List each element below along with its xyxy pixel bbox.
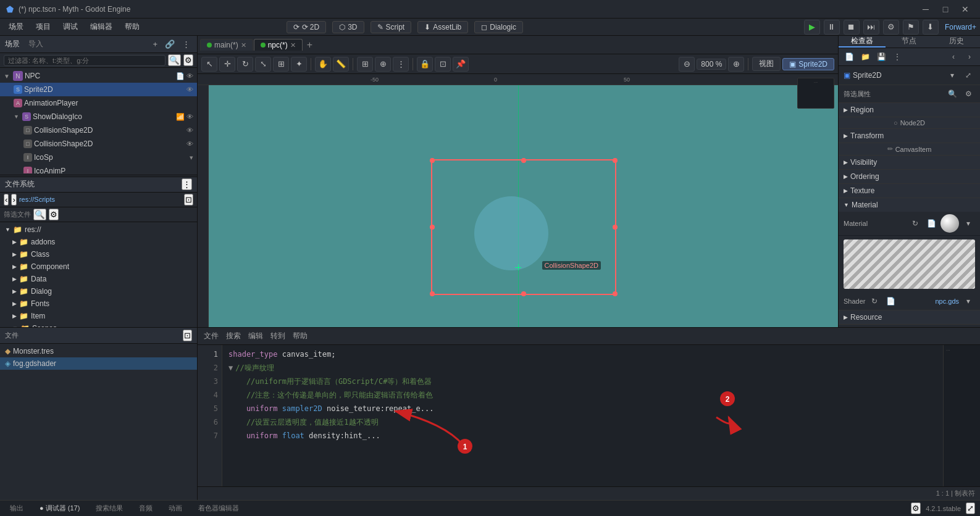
shader-refresh-btn[interactable]: ↻ bbox=[868, 294, 881, 308]
tool-transform[interactable]: ⊞ bbox=[273, 57, 289, 72]
visibility-header[interactable]: ▶ Visibility bbox=[839, 156, 980, 169]
material-header[interactable]: ▼ Material bbox=[839, 198, 980, 212]
tool-2d[interactable]: ⟳ ⟳ 2D bbox=[287, 21, 327, 33]
tool-pan[interactable]: ✋ bbox=[315, 57, 331, 72]
stop-button[interactable]: ⏹ bbox=[844, 20, 860, 35]
tool-move[interactable]: ✛ bbox=[219, 57, 235, 72]
debug-btn2[interactable]: ⚑ bbox=[903, 20, 919, 35]
code-edit-menu[interactable]: 编辑 bbox=[245, 330, 267, 343]
tree-item-sprite2d[interactable]: S Sprite2D 👁 bbox=[0, 83, 197, 96]
status-expand-btn[interactable]: ⤢ bbox=[966, 502, 975, 514]
region-header[interactable]: ▶ Region bbox=[839, 103, 980, 117]
scene-filter-search[interactable]: 🔍 bbox=[168, 54, 181, 66]
view-button[interactable]: 视图 bbox=[752, 57, 781, 71]
btree-monster[interactable]: ◆ Monster.tres bbox=[0, 345, 197, 357]
scene-link-button[interactable]: 🔗 bbox=[163, 39, 177, 49]
insp-folder-btn[interactable]: 📁 bbox=[858, 50, 872, 64]
tree-item-npc[interactable]: ▼ N NPC 📄 👁 bbox=[0, 69, 197, 83]
close-button[interactable]: ✕ bbox=[957, 3, 974, 15]
sprite2d-mode-button[interactable]: ▣ Sprite2D bbox=[782, 58, 834, 70]
fs-filter-icon[interactable]: 🔍 bbox=[33, 209, 46, 220]
tab-npc[interactable]: npc(*) ✕ bbox=[254, 39, 303, 51]
tool-more[interactable]: ⋮ bbox=[393, 57, 409, 72]
tool-lock[interactable]: 🔒 bbox=[417, 57, 433, 72]
play-button[interactable]: ▶ bbox=[804, 20, 820, 35]
insp-more-btn[interactable]: ⋮ bbox=[890, 50, 904, 64]
tool-grid[interactable]: ⊞ bbox=[357, 57, 373, 72]
tab-inspector[interactable]: 检查器 bbox=[839, 36, 886, 48]
zoom-display[interactable]: 800 % bbox=[697, 59, 726, 70]
tree-item-icosp[interactable]: I IcoSp ▾ bbox=[0, 151, 197, 164]
tree-item-col1[interactable]: □ CollisionShape2D 👁 bbox=[0, 123, 197, 137]
tree-item-icoanim[interactable]: I IcoAnimP bbox=[0, 164, 197, 173]
menu-scene[interactable]: 场景 bbox=[4, 20, 28, 33]
fs-icon-btn[interactable]: ⊡ bbox=[184, 194, 193, 206]
transform-header[interactable]: ▶ Transform bbox=[839, 129, 980, 143]
status-anim[interactable]: 动画 bbox=[164, 503, 187, 514]
tool-pivot[interactable]: ✦ bbox=[291, 57, 307, 72]
file-item-dialog[interactable]: ▶ 📁 Dialog bbox=[0, 285, 197, 298]
node-type-expand[interactable]: ⤢ bbox=[961, 69, 975, 82]
filesystem-more[interactable]: ⋮ bbox=[182, 178, 192, 190]
debug-btn3[interactable]: ⬇ bbox=[923, 20, 939, 35]
code-file-menu[interactable]: 文件 bbox=[200, 330, 222, 343]
resource-header[interactable]: ▶ Resource bbox=[839, 310, 980, 324]
scene-add-button[interactable]: + bbox=[151, 39, 159, 49]
code-search-menu[interactable]: 搜索 bbox=[222, 330, 245, 343]
file-item-res[interactable]: ▼ 📁 res:// bbox=[0, 223, 197, 236]
code-help-menu[interactable]: 帮助 bbox=[289, 330, 311, 343]
fs-prev-button[interactable]: ‹ bbox=[4, 194, 9, 206]
maximize-button[interactable]: □ bbox=[937, 3, 954, 15]
texture-header[interactable]: ▶ Texture bbox=[839, 184, 980, 198]
menu-project[interactable]: 项目 bbox=[31, 20, 56, 33]
filter-search-btn[interactable]: 🔍 bbox=[945, 87, 959, 101]
status-output[interactable]: 输出 bbox=[5, 503, 28, 514]
status-search[interactable]: 搜索结果 bbox=[91, 503, 128, 514]
code-lines[interactable]: shader_type canvas_item; ▼//噪声纹理 //unifo… bbox=[222, 345, 943, 486]
shader-dropdown[interactable]: ▾ bbox=[961, 294, 975, 308]
node-type-dropdown[interactable]: ▾ bbox=[945, 69, 959, 82]
tab-node[interactable]: 节点 bbox=[886, 36, 932, 48]
tool-rotate[interactable]: ↻ bbox=[237, 57, 253, 72]
file-item-fonts[interactable]: ▶ 📁 Fonts bbox=[0, 298, 197, 310]
minimize-button[interactable]: ─ bbox=[917, 3, 934, 15]
fs-filter-sort[interactable]: ⚙ bbox=[49, 209, 59, 220]
file-item-addons[interactable]: ▶ 📁 addons bbox=[0, 236, 197, 248]
status-shader-editor[interactable]: 着色器编辑器 bbox=[193, 503, 244, 514]
tool-3d[interactable]: ⬡ 3D bbox=[332, 21, 364, 33]
material-file-btn[interactable]: 📄 bbox=[924, 217, 938, 230]
file-item-item[interactable]: ▶ 📁 Item bbox=[0, 310, 197, 322]
file-item-class[interactable]: ▶ 📁 Class bbox=[0, 248, 197, 260]
bottom-file-icon-btn[interactable]: ⊡ bbox=[183, 330, 192, 341]
status-debugger[interactable]: ● 调试器 (17) bbox=[35, 503, 85, 514]
tab-history[interactable]: 历史 bbox=[933, 36, 980, 48]
menu-editor[interactable]: 编辑器 bbox=[85, 20, 117, 33]
tree-item-col2[interactable]: □ CollisionShape2D 👁 bbox=[0, 137, 197, 151]
shader-file-btn[interactable]: 📄 bbox=[884, 294, 897, 308]
tab-main-close[interactable]: ✕ bbox=[241, 41, 246, 49]
material-dropdown[interactable]: ▾ bbox=[961, 217, 975, 230]
tool-assetlib[interactable]: ⬇ AssetLib bbox=[417, 21, 468, 33]
tab-add-button[interactable]: + bbox=[303, 40, 316, 51]
zoom-in-button[interactable]: ⊕ bbox=[728, 57, 744, 72]
ordering-header[interactable]: ▶ Ordering bbox=[839, 170, 980, 183]
insp-save-btn[interactable]: 💾 bbox=[874, 50, 888, 64]
zoom-out-button[interactable]: ⊖ bbox=[679, 57, 695, 72]
insp-prev-btn[interactable]: ‹ bbox=[947, 50, 960, 64]
scene-filter-input[interactable] bbox=[4, 55, 165, 66]
file-item-data[interactable]: ▶ 📁 Data bbox=[0, 273, 197, 285]
file-item-component[interactable]: ▶ 📁 Component bbox=[0, 260, 197, 273]
tool-group[interactable]: ⊡ bbox=[435, 57, 451, 72]
tool-scale[interactable]: ⤡ bbox=[255, 57, 271, 72]
tool-script[interactable]: ✎ Script bbox=[371, 21, 412, 33]
tool-select[interactable]: ↖ bbox=[201, 57, 217, 72]
status-audio[interactable]: 音频 bbox=[134, 503, 157, 514]
code-goto-menu[interactable]: 转到 bbox=[267, 330, 289, 343]
tool-pin[interactable]: 📌 bbox=[453, 57, 469, 72]
pause-button[interactable]: ⏸ bbox=[824, 20, 840, 35]
step-button[interactable]: ⏭ bbox=[863, 20, 879, 35]
menu-help[interactable]: 帮助 bbox=[120, 20, 144, 33]
insp-file-btn[interactable]: 📄 bbox=[842, 50, 856, 64]
menu-debug[interactable]: 调试 bbox=[58, 20, 83, 33]
fs-next-button[interactable]: › bbox=[11, 194, 16, 206]
